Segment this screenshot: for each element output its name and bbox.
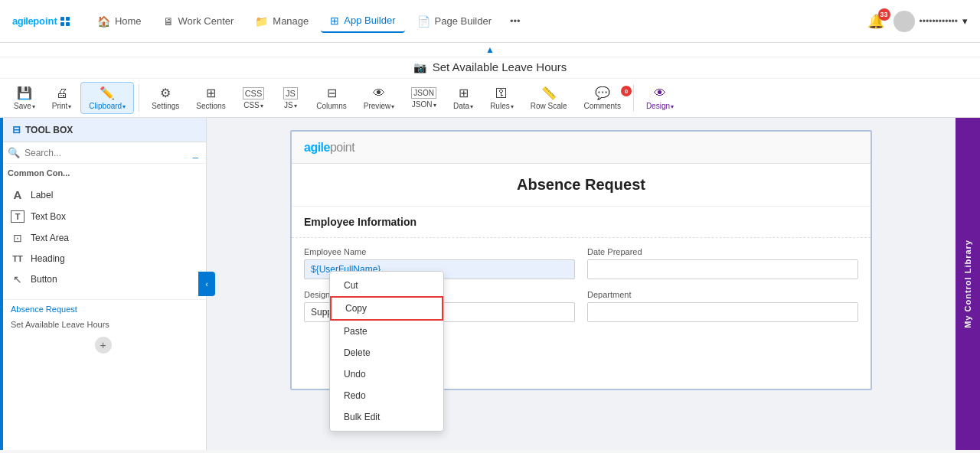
row-scale-button[interactable]: 📏 Row Scale xyxy=(523,83,575,113)
form-title: Absence Request xyxy=(292,164,871,207)
ctx-undo[interactable]: Undo xyxy=(330,363,443,385)
breadcrumb-sub: Set Available Leave Hours xyxy=(0,318,206,334)
user-dropdown-icon: ▾ xyxy=(962,15,968,27)
ctx-paste[interactable]: Paste xyxy=(330,321,443,342)
sections-button[interactable]: ⊞ Sections xyxy=(188,83,233,113)
employee-name-label: Employee Name xyxy=(304,247,575,256)
clipboard-button[interactable]: ✏️ Clipboard ▾ xyxy=(80,82,134,114)
nav-manage[interactable]: 📁 Manage xyxy=(246,11,318,32)
home-icon: 🏠 xyxy=(97,15,110,28)
print-icon: 🖨 xyxy=(56,86,68,100)
clipboard-label: Clipboard xyxy=(89,102,122,110)
chevron-up-icon[interactable]: ▲ xyxy=(485,44,495,55)
save-icon: 💾 xyxy=(17,86,32,100)
user-name: •••••••••••• xyxy=(920,16,958,27)
chevron-bar: ▲ xyxy=(0,43,980,57)
user-avatar xyxy=(893,11,915,32)
data-arrow-icon: ▾ xyxy=(470,103,473,110)
logo[interactable]: agilepoint xyxy=(12,15,70,27)
date-prepared-field: Date Prepared xyxy=(587,247,858,279)
common-controls-label: Common Con... xyxy=(0,164,206,181)
breadcrumb-link[interactable]: Absence Request xyxy=(0,300,206,318)
json-button[interactable]: JSON JSON ▾ xyxy=(403,84,444,112)
nav-appbuilder-label: App Builder xyxy=(344,15,395,26)
department-label: Department xyxy=(587,290,858,299)
data-button[interactable]: ⊞ Data ▾ xyxy=(446,83,481,113)
save-label: Save xyxy=(14,102,31,110)
clipboard-icon: ✏️ xyxy=(100,86,115,100)
nav-workcenter[interactable]: 🖥 Work Center xyxy=(154,11,243,32)
toolbox-item-heading-text: Heading xyxy=(31,253,65,264)
form-header: agilepoint xyxy=(292,132,871,164)
js-arrow-icon: ▾ xyxy=(294,103,297,109)
toolbox-icon: ⊟ xyxy=(12,124,21,135)
print-button[interactable]: 🖨 Print ▾ xyxy=(44,83,80,113)
ctx-cut[interactable]: Cut xyxy=(330,275,443,296)
nav-pagebuilder[interactable]: 📄 Page Builder xyxy=(408,11,501,32)
toolbox-item-button[interactable]: ↖ Button xyxy=(0,269,206,290)
search-cursor: _ xyxy=(193,147,198,158)
ctx-copy[interactable]: Copy xyxy=(330,296,443,321)
form-logo: agilepoint xyxy=(304,139,354,155)
toolbox-item-label[interactable]: A Label xyxy=(0,184,206,206)
js-label: JS xyxy=(284,101,293,109)
department-input[interactable] xyxy=(587,302,858,322)
camera-icon: 📷 xyxy=(413,61,426,73)
search-icon: 🔍 xyxy=(8,147,20,158)
comments-label: Comments xyxy=(584,102,621,110)
toolbox-item-label-text: Label xyxy=(31,190,53,200)
toolbox-item-textarea-text: Text Area xyxy=(31,233,69,243)
css-label: CSS xyxy=(243,101,260,109)
sections-icon: ⊞ xyxy=(206,86,216,100)
preview-icon: 👁 xyxy=(373,86,385,100)
left-panel: ⊟ TOOL BOX 🔍 _ Common Con... A Label T T… xyxy=(0,118,207,450)
ctx-delete[interactable]: Delete xyxy=(330,342,443,363)
ctx-bulk-edit[interactable]: Bulk Edit xyxy=(330,406,443,428)
right-sidebar-label: My Control Library xyxy=(963,240,972,328)
button-icon: ↖ xyxy=(11,273,24,285)
nav-more-button[interactable]: ••• xyxy=(504,11,527,31)
design-button[interactable]: 👁 Design ▾ xyxy=(639,83,681,113)
toolbox-item-textbox[interactable]: T Text Box xyxy=(0,206,206,227)
add-section-button[interactable]: + xyxy=(95,337,112,354)
save-button[interactable]: 💾 Save ▾ xyxy=(6,83,43,113)
js-button[interactable]: JS JS ▾ xyxy=(273,84,307,112)
toolbox-item-textarea[interactable]: ⊡ Text Area xyxy=(0,227,206,249)
css-button[interactable]: CSS CSS ▾ xyxy=(235,84,273,112)
main-layout: ⊟ TOOL BOX 🔍 _ Common Con... A Label T T… xyxy=(0,118,980,450)
manage-icon: 📁 xyxy=(255,15,268,28)
notifications-button[interactable]: 🔔 33 xyxy=(867,13,884,30)
search-input[interactable] xyxy=(24,148,188,158)
json-label: JSON xyxy=(412,100,433,109)
toolbox-header: ⊟ TOOL BOX xyxy=(0,118,206,142)
rules-icon: ⚿ xyxy=(495,86,508,100)
department-field: Department xyxy=(587,290,858,322)
date-prepared-label: Date Prepared xyxy=(587,247,858,256)
preview-button[interactable]: 👁 Preview ▾ xyxy=(356,83,403,113)
settings-icon: ⚙ xyxy=(160,86,171,100)
js-icon: JS xyxy=(283,87,298,99)
rules-button[interactable]: ⚿ Rules ▾ xyxy=(482,83,521,113)
textbox-icon: T xyxy=(11,210,24,223)
data-label: Data xyxy=(453,102,469,110)
form-section-header: Employee Information xyxy=(292,207,871,238)
user-menu[interactable]: •••••••••••• ▾ xyxy=(893,11,968,32)
settings-label: Settings xyxy=(152,102,179,110)
design-icon: 👁 xyxy=(654,86,666,100)
nav-home[interactable]: 🏠 Home xyxy=(88,11,151,32)
nav-appbuilder[interactable]: ⊞ App Builder xyxy=(321,10,404,33)
columns-button[interactable]: ⊟ Columns xyxy=(309,83,354,113)
right-sidebar[interactable]: My Control Library xyxy=(956,118,980,450)
ctx-redo[interactable]: Redo xyxy=(330,385,443,406)
settings-button[interactable]: ⚙ Settings xyxy=(144,83,187,113)
design-arrow-icon: ▾ xyxy=(671,103,674,110)
date-prepared-input[interactable] xyxy=(587,259,858,279)
collapse-panel-button[interactable]: ‹ xyxy=(198,272,215,296)
data-icon: ⊞ xyxy=(459,86,469,100)
nav-items: 🏠 Home 🖥 Work Center 📁 Manage ⊞ App Buil… xyxy=(88,10,867,33)
comments-icon: 💬 xyxy=(595,86,610,100)
toolbox-item-heading[interactable]: TT Heading xyxy=(0,249,206,269)
row-scale-label: Row Scale xyxy=(531,102,567,110)
comments-button[interactable]: 💬 Comments 0 xyxy=(577,83,629,113)
css-arrow-icon: ▾ xyxy=(260,103,263,109)
